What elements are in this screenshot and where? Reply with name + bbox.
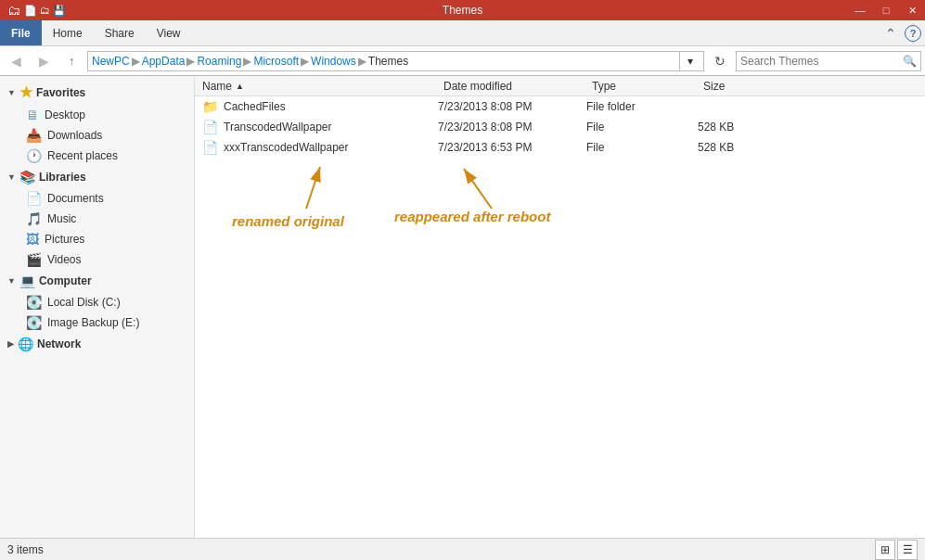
status-bar: 3 items ⊞ ☰ bbox=[0, 538, 925, 560]
table-row[interactable]: 📄 xxxTranscodedWallpaper 7/23/2013 6:53 … bbox=[195, 137, 925, 158]
svg-line-2 bbox=[306, 167, 320, 209]
sidebar-label-music: Music bbox=[47, 212, 76, 225]
docs-icon: 📄 bbox=[26, 191, 42, 206]
search-box: 🔍 bbox=[736, 51, 921, 71]
sidebar-label-downloads: Downloads bbox=[47, 129, 102, 142]
grid-view-button[interactable]: ⊞ bbox=[875, 540, 895, 560]
table-row[interactable]: 📄 TranscodedWallpaper 7/23/2013 8:08 PM … bbox=[195, 117, 925, 137]
menu-view[interactable]: View bbox=[146, 20, 192, 45]
search-icon: 🔍 bbox=[903, 55, 917, 68]
sidebar-label-documents: Documents bbox=[47, 192, 104, 205]
svg-line-3 bbox=[464, 169, 492, 209]
sidebar: ▼ ★ Favorites 🖥 Desktop 📥 Downloads 🕐 Re… bbox=[0, 76, 195, 538]
music-icon: 🎵 bbox=[26, 211, 42, 226]
file-type-transcoded: File bbox=[586, 121, 698, 134]
menu-share[interactable]: Share bbox=[94, 20, 146, 45]
sort-icon: ▲ bbox=[236, 82, 244, 91]
list-view-button[interactable]: ☰ bbox=[897, 540, 918, 560]
downloads-icon: 📥 bbox=[26, 128, 42, 143]
column-header: Name ▲ Date modified Type Size bbox=[195, 76, 925, 96]
network-label: Network bbox=[37, 337, 81, 350]
sidebar-item-downloads[interactable]: 📥 Downloads bbox=[0, 125, 194, 146]
view-toggle: ⊞ ☰ bbox=[875, 540, 918, 560]
computer-icon: 💻 bbox=[19, 274, 35, 288]
col-name-header[interactable]: Name ▲ bbox=[202, 80, 443, 93]
file-size-transcoded: 528 KB bbox=[698, 121, 772, 134]
col-size-header[interactable]: Size bbox=[703, 80, 777, 93]
sidebar-label-image-backup: Image Backup (E:) bbox=[47, 316, 139, 329]
window-controls: — □ ✕ bbox=[847, 0, 925, 20]
recent-icon: 🕐 bbox=[26, 148, 42, 163]
menu-bar: File Home Share View ⌃ ? bbox=[0, 20, 925, 46]
help-button[interactable]: ? bbox=[905, 25, 921, 42]
sidebar-label-desktop: Desktop bbox=[45, 108, 85, 121]
breadcrumb-appdata[interactable]: AppData bbox=[142, 55, 186, 68]
search-input[interactable] bbox=[740, 55, 903, 68]
maximize-button[interactable]: □ bbox=[873, 0, 899, 20]
sidebar-item-local-disk[interactable]: 💽 Local Disk (C:) bbox=[0, 292, 194, 312]
breadcrumb-dropdown[interactable]: ▾ bbox=[679, 51, 700, 71]
file-icon: 📄 bbox=[202, 120, 218, 134]
address-bar: ◀ ▶ ↑ NewPC ▶ AppData ▶ Roaming ▶ Micros… bbox=[0, 46, 925, 76]
breadcrumb-newpc[interactable]: NewPC bbox=[92, 55, 130, 68]
status-count: 3 items bbox=[7, 543, 44, 556]
quick-access: 📄 🗂 💾 bbox=[24, 5, 66, 17]
menu-file[interactable]: File bbox=[0, 20, 42, 45]
main-layout: ▼ ★ Favorites 🖥 Desktop 📥 Downloads 🕐 Re… bbox=[0, 76, 925, 538]
file-date-xxx-transcoded: 7/23/2013 6:53 PM bbox=[438, 141, 586, 154]
file-icon-2: 📄 bbox=[202, 140, 218, 155]
breadcrumb-themes: Themes bbox=[368, 55, 408, 68]
folder-icon: 📁 bbox=[202, 99, 218, 114]
forward-button[interactable]: ▶ bbox=[32, 49, 56, 73]
annotation-renamed-original: renamed original bbox=[232, 213, 344, 229]
breadcrumb-microsoft[interactable]: Microsoft bbox=[253, 55, 299, 68]
content-area: Name ▲ Date modified Type Size 📁 CachedF… bbox=[195, 76, 925, 538]
vid-icon: 🎬 bbox=[26, 252, 42, 267]
computer-label: Computer bbox=[39, 274, 92, 287]
file-type-xxx-transcoded: File bbox=[586, 141, 698, 154]
file-date-cachedfiles: 7/23/2013 8:08 PM bbox=[438, 100, 586, 113]
sidebar-label-recent: Recent places bbox=[47, 149, 118, 162]
disk-c-icon: 💽 bbox=[26, 295, 42, 310]
libraries-icon: 📚 bbox=[19, 170, 35, 185]
sidebar-label-local-disk: Local Disk (C:) bbox=[47, 296, 121, 309]
sidebar-item-music[interactable]: 🎵 Music bbox=[0, 209, 194, 229]
network-icon: 🌐 bbox=[18, 337, 33, 351]
col-type-header[interactable]: Type bbox=[592, 80, 703, 93]
menu-home[interactable]: Home bbox=[42, 20, 94, 45]
minimize-button[interactable]: — bbox=[847, 0, 873, 20]
table-row[interactable]: 📁 CachedFiles 7/23/2013 8:08 PM File fol… bbox=[195, 96, 925, 117]
sidebar-item-documents[interactable]: 📄 Documents bbox=[0, 188, 194, 209]
annotation-arrows bbox=[195, 158, 925, 436]
sidebar-group-network[interactable]: ▶ 🌐 Network bbox=[0, 333, 194, 355]
sidebar-label-videos: Videos bbox=[47, 253, 81, 266]
annotation-reappeared: reappeared after reboot bbox=[394, 209, 550, 224]
libraries-label: Libraries bbox=[39, 171, 86, 184]
up-button[interactable]: ↑ bbox=[59, 49, 84, 73]
pics-icon: 🖼 bbox=[26, 232, 39, 247]
sidebar-item-image-backup[interactable]: 💽 Image Backup (E:) bbox=[0, 312, 194, 333]
triangle-icon-lib: ▼ bbox=[7, 172, 16, 182]
file-date-transcoded: 7/23/2013 8:08 PM bbox=[438, 121, 586, 134]
menu-bar-right: ⌃ ? bbox=[880, 23, 925, 44]
collapse-ribbon-button[interactable]: ⌃ bbox=[880, 23, 901, 44]
file-name-transcoded: 📄 TranscodedWallpaper bbox=[202, 120, 438, 134]
sidebar-item-videos[interactable]: 🎬 Videos bbox=[0, 249, 194, 270]
sidebar-item-pictures[interactable]: 🖼 Pictures bbox=[0, 229, 194, 249]
title-bar: 🗂 📄 🗂 💾 Themes — □ ✕ bbox=[0, 0, 925, 20]
breadcrumb: NewPC ▶ AppData ▶ Roaming ▶ Microsoft ▶ … bbox=[87, 51, 704, 71]
triangle-icon: ▼ bbox=[7, 88, 16, 97]
sidebar-item-recent[interactable]: 🕐 Recent places bbox=[0, 146, 194, 166]
close-button[interactable]: ✕ bbox=[899, 0, 925, 20]
sidebar-item-desktop[interactable]: 🖥 Desktop bbox=[0, 105, 194, 125]
col-date-header[interactable]: Date modified bbox=[443, 80, 592, 93]
breadcrumb-windows[interactable]: Windows bbox=[311, 55, 356, 68]
file-name-cachedfiles: 📁 CachedFiles bbox=[202, 99, 438, 114]
refresh-button[interactable]: ↻ bbox=[708, 49, 732, 73]
back-button[interactable]: ◀ bbox=[4, 49, 28, 73]
triangle-icon-comp: ▼ bbox=[7, 276, 16, 286]
sidebar-group-libraries[interactable]: ▼ 📚 Libraries bbox=[0, 166, 194, 188]
breadcrumb-roaming[interactable]: Roaming bbox=[197, 55, 241, 68]
sidebar-group-computer[interactable]: ▼ 💻 Computer bbox=[0, 270, 194, 292]
sidebar-group-favorites[interactable]: ▼ ★ Favorites bbox=[0, 80, 194, 105]
